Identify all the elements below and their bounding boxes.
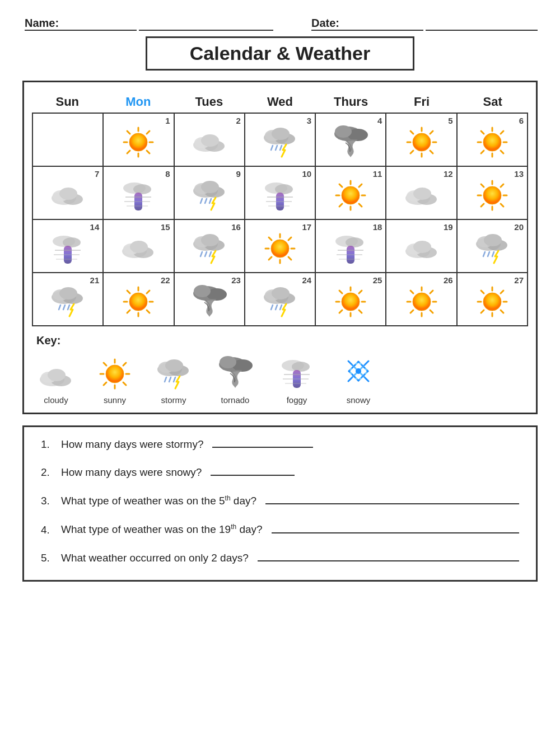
svg-line-27 xyxy=(410,131,413,134)
svg-line-153 xyxy=(276,305,277,310)
svg-line-193 xyxy=(123,382,126,385)
svg-line-141 xyxy=(147,291,150,293)
svg-line-160 xyxy=(359,291,362,293)
day-thurs: Thurs xyxy=(315,92,386,111)
key-item-stormy: stormy xyxy=(154,357,193,405)
cal-day-num: 18 xyxy=(373,222,382,232)
day-fri: Fri xyxy=(386,92,458,111)
weather-icon-foggy xyxy=(120,177,157,213)
svg-line-126 xyxy=(483,252,485,256)
svg-line-200 xyxy=(169,377,171,382)
date-underline[interactable] xyxy=(426,17,538,31)
svg-line-6 xyxy=(127,151,130,153)
svg-line-84 xyxy=(501,204,503,207)
q4-text: What type of weather was on the 19th day… xyxy=(61,523,263,536)
cal-day-num: 24 xyxy=(302,275,311,285)
svg-line-154 xyxy=(280,305,282,310)
cal-cell-20: 20 xyxy=(458,220,528,273)
question-1: 1. How many days were stormy? xyxy=(41,438,519,451)
svg-line-201 xyxy=(174,377,175,382)
weather-icon-tornado xyxy=(333,124,369,160)
question-5: 5. What weather occurred on only 2 days? xyxy=(41,552,519,564)
svg-line-69 xyxy=(359,184,362,187)
weather-icon-stormy xyxy=(474,230,510,266)
q4-answer-line[interactable] xyxy=(272,532,519,533)
name-underline[interactable] xyxy=(139,17,273,31)
cal-cell-21: 21 xyxy=(33,273,104,326)
cal-day-num: 7 xyxy=(95,169,99,179)
svg-point-223 xyxy=(356,368,361,374)
svg-line-57 xyxy=(209,199,211,203)
svg-line-81 xyxy=(481,184,484,187)
key-item-foggy: foggy xyxy=(277,354,316,405)
svg-line-142 xyxy=(127,310,130,313)
name-field: Name: xyxy=(22,17,273,31)
q3-answer-line[interactable] xyxy=(265,503,519,504)
svg-line-5 xyxy=(147,131,150,134)
day-wed: Wed xyxy=(245,92,316,111)
weather-icon-stormy xyxy=(262,283,298,320)
questions-section: 1. How many days were stormy? 2. How man… xyxy=(22,425,538,582)
key-icon-foggy xyxy=(277,354,316,393)
svg-point-95 xyxy=(130,241,148,253)
svg-line-101 xyxy=(205,252,207,256)
svg-point-125 xyxy=(484,234,502,246)
svg-line-170 xyxy=(410,310,413,313)
page-title: Calendar & Weather xyxy=(146,36,414,71)
cal-cell-26: 26 xyxy=(386,273,457,326)
weather-icon-foggy xyxy=(333,230,369,266)
weather-icon-tornado xyxy=(191,283,227,320)
weather-icon-stormy xyxy=(191,177,227,213)
svg-line-17 xyxy=(271,146,273,150)
svg-line-179 xyxy=(481,310,484,313)
key-label-stormy: stormy xyxy=(161,395,186,405)
cal-cell-7: 7 xyxy=(33,167,104,220)
cal-day-num: 14 xyxy=(90,222,100,232)
svg-point-12 xyxy=(201,134,219,147)
cal-day-num: 26 xyxy=(444,275,453,285)
q5-answer-line[interactable] xyxy=(258,560,519,561)
svg-line-37 xyxy=(501,131,503,134)
cal-day-num: 11 xyxy=(373,169,382,179)
svg-line-4 xyxy=(127,131,130,134)
cal-day-num: 20 xyxy=(514,222,524,232)
svg-line-180 xyxy=(501,310,503,313)
svg-line-171 xyxy=(430,310,433,313)
svg-point-185 xyxy=(48,369,66,381)
cal-cell-empty xyxy=(33,114,104,167)
cal-cell-1: 1 xyxy=(104,114,174,167)
svg-line-134 xyxy=(63,305,65,310)
svg-line-128 xyxy=(492,252,494,256)
svg-line-30 xyxy=(430,151,433,153)
cal-day-num: 19 xyxy=(444,222,453,232)
cal-day-num: 4 xyxy=(377,116,382,125)
weather-icon-sunny xyxy=(120,283,157,320)
q5-num: 5. xyxy=(41,552,57,564)
svg-point-144 xyxy=(129,293,147,311)
question-4: 4. What type of weather was on the 19th … xyxy=(41,523,519,536)
svg-line-152 xyxy=(271,305,273,310)
cal-day-num: 8 xyxy=(165,169,170,179)
q2-answer-line[interactable] xyxy=(211,475,295,476)
svg-point-85 xyxy=(483,186,501,204)
q2-num: 2. xyxy=(41,466,57,479)
q3-num: 3. xyxy=(41,495,57,507)
key-item-cloudy: cloudy xyxy=(36,363,76,405)
calendar-section: Sun Mon Tues Wed Thurs Fri Sat 1 2 xyxy=(22,81,538,414)
svg-point-16 xyxy=(272,128,290,140)
cal-cell-27: 27 xyxy=(458,273,528,326)
svg-point-99 xyxy=(201,234,219,246)
svg-line-56 xyxy=(205,199,207,203)
weather-icon-foggy xyxy=(50,230,86,266)
svg-point-87 xyxy=(63,237,81,247)
weather-icon-sunny xyxy=(403,283,440,320)
cal-cell-14: 14 xyxy=(33,220,104,273)
key-icon-snowy xyxy=(339,352,378,393)
svg-line-102 xyxy=(209,252,211,256)
svg-line-140 xyxy=(127,291,130,293)
q1-answer-line[interactable] xyxy=(212,447,313,448)
cal-cell-4: 4 xyxy=(316,114,386,167)
weather-icon-cloudy xyxy=(50,177,86,213)
day-mon: Mon xyxy=(103,92,174,111)
date-field: Date: xyxy=(309,17,538,31)
